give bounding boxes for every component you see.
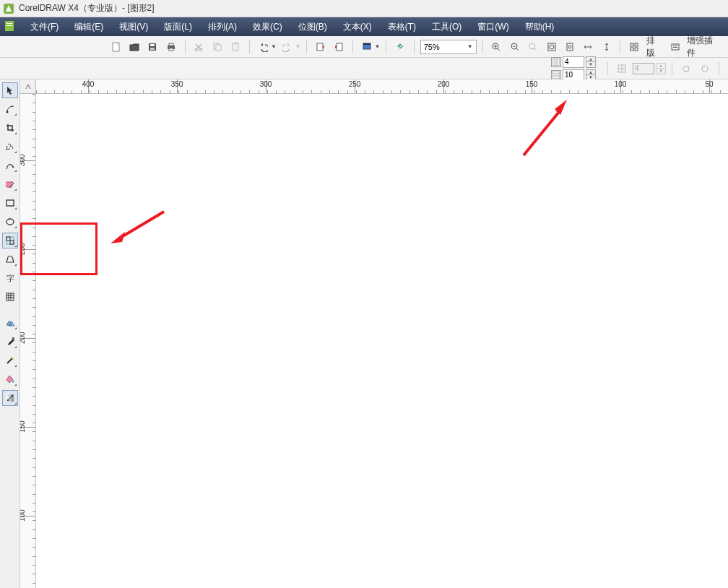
enhance-label[interactable]: 增强插件: [685, 35, 722, 59]
zoom-width-button[interactable]: [581, 39, 596, 55]
menu-text[interactable]: 文本(X): [336, 18, 379, 36]
toolbar-separator: [607, 62, 608, 75]
workspace: 字 40035030025020015010050 30025020015010…: [0, 79, 728, 588]
save-button[interactable]: [145, 39, 160, 55]
columns-spinner[interactable]: ▲▼: [586, 56, 596, 68]
redo-button[interactable]: [280, 39, 295, 55]
svg-marker-67: [110, 232, 125, 243]
zoom-in-button[interactable]: [489, 39, 504, 55]
ruler-h-label: 200: [438, 80, 450, 88]
typeset-label[interactable]: 排版: [645, 35, 664, 59]
interactive-fill-tool[interactable]: [2, 390, 18, 406]
menu-arrange[interactable]: 排列(A): [201, 18, 244, 36]
copy-button[interactable]: [209, 39, 225, 55]
toolbar-separator: [249, 40, 250, 53]
smart-fill-tool[interactable]: [2, 176, 18, 192]
print-button[interactable]: [163, 39, 178, 55]
zoom-tool[interactable]: [2, 139, 18, 155]
ruler-h-label: 350: [171, 80, 183, 88]
zoom-height-button[interactable]: [599, 39, 614, 55]
menu-effects[interactable]: 效果(C): [246, 18, 290, 36]
table-tool[interactable]: [2, 289, 18, 305]
interactive-blend-tool[interactable]: [2, 315, 18, 331]
export-button[interactable]: [332, 39, 347, 55]
svg-rect-58: [12, 337, 14, 340]
ruler-h-label: 400: [82, 80, 95, 88]
rectangle-tool[interactable]: [2, 195, 18, 211]
menu-table[interactable]: 表格(T): [381, 18, 423, 36]
menu-tools[interactable]: 工具(O): [425, 18, 469, 36]
typeset-icon[interactable]: [626, 39, 641, 55]
enhance-icon[interactable]: [667, 39, 682, 55]
svg-point-25: [550, 45, 554, 49]
vertical-ruler[interactable]: 300250200150100: [20, 94, 36, 588]
svg-rect-26: [567, 43, 573, 51]
pick-tool[interactable]: [2, 82, 18, 98]
svg-rect-18: [337, 43, 342, 51]
toolbar-separator: [386, 40, 386, 53]
document-icon: [4, 21, 16, 33]
zoom-out-button[interactable]: [507, 39, 522, 55]
zoom-selection-button[interactable]: [525, 39, 540, 55]
open-button[interactable]: [126, 39, 142, 55]
toolbar-separator: [719, 62, 719, 75]
coreldraw-icon: [3, 3, 14, 14]
columns-input[interactable]: [563, 56, 584, 68]
svg-rect-33: [673, 46, 677, 46]
outline-tool[interactable]: [2, 353, 18, 368]
menu-layout[interactable]: 版面(L): [157, 18, 199, 36]
ruler-h-label: 300: [260, 80, 272, 88]
property-bar: ▲▼ ▲▼ ▲▼: [0, 58, 728, 79]
canvas[interactable]: [36, 94, 728, 588]
welcome-button[interactable]: [392, 39, 407, 55]
text-tool[interactable]: 字: [2, 270, 18, 286]
ruler-v-label: 300: [20, 154, 26, 166]
grid-icon: [614, 61, 630, 77]
svg-text:字: 字: [6, 274, 14, 282]
crop-tool[interactable]: [2, 120, 18, 136]
menu-view[interactable]: 视图(V): [112, 18, 155, 36]
zoom-page-button[interactable]: [562, 39, 577, 55]
toolbar-separator: [185, 40, 186, 53]
svg-line-66: [119, 212, 164, 238]
svg-rect-9: [169, 43, 173, 46]
cut-button[interactable]: [191, 39, 207, 55]
svg-rect-15: [233, 43, 238, 51]
menu-window[interactable]: 窗口(W): [470, 18, 516, 36]
menu-help[interactable]: 帮助(H): [518, 18, 562, 36]
ruler-corner[interactable]: [20, 79, 36, 94]
undo-button[interactable]: [256, 39, 271, 55]
fill-tool[interactable]: [2, 371, 18, 387]
paste-button[interactable]: [228, 39, 243, 55]
zoom-select[interactable]: 75% ▼: [420, 40, 477, 54]
menu-bitmaps[interactable]: 位图(B): [291, 18, 334, 36]
eyedropper-tool[interactable]: [2, 334, 18, 350]
svg-point-48: [6, 219, 14, 225]
main-toolbar: ▼ ▼ ▼ 75% ▼ 排版 增强插件: [0, 36, 728, 58]
freehand-tool[interactable]: [2, 157, 18, 173]
annotation-arrow-top: [513, 98, 578, 163]
svg-rect-61: [7, 399, 9, 401]
refresh-button: [678, 61, 694, 77]
other-spinner: ▲▼: [656, 63, 666, 74]
other-input-group: ▲▼: [633, 63, 666, 74]
ellipse-tool[interactable]: [2, 214, 18, 230]
svg-rect-20: [363, 43, 370, 45]
horizontal-ruler[interactable]: 40035030025020015010050: [36, 79, 728, 94]
columns-icon: [551, 57, 561, 67]
basic-shapes-tool[interactable]: [2, 251, 18, 267]
menu-edit[interactable]: 编辑(E): [67, 18, 110, 36]
ruler-h-label: 250: [349, 80, 361, 88]
toolbar-separator: [352, 40, 353, 53]
shape-tool[interactable]: [2, 101, 18, 117]
toolbar-separator: [414, 40, 415, 53]
polygon-tool[interactable]: [2, 233, 18, 248]
app-launcher-button[interactable]: [359, 39, 374, 55]
zoom-all-button[interactable]: [544, 39, 559, 55]
ruler-h-label: 50: [705, 80, 713, 88]
svg-rect-16: [234, 43, 237, 44]
import-button[interactable]: [313, 39, 328, 55]
new-button[interactable]: [108, 39, 124, 55]
svg-point-27: [568, 46, 571, 48]
menu-file[interactable]: 文件(F): [23, 18, 66, 36]
